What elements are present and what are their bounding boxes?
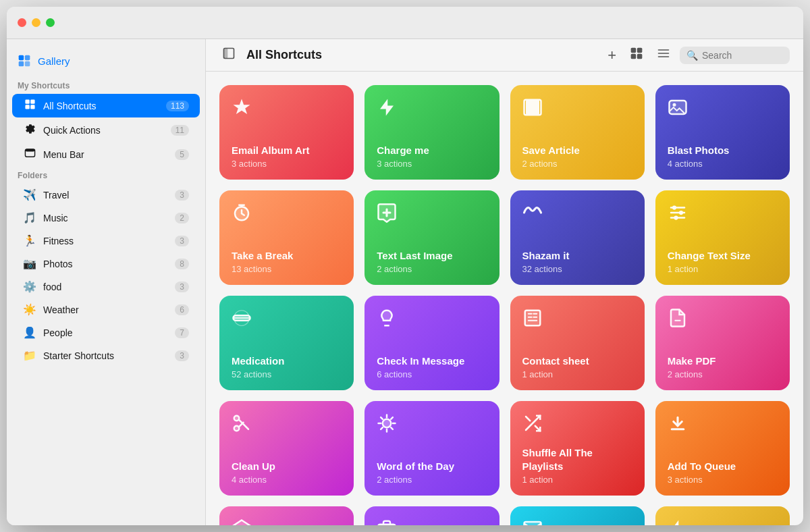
shortcut-name-text-last-image: Text Last Image [377,249,487,263]
shortcut-icon-add-date-to-items [232,518,342,525]
shortcut-card-shazam-it[interactable]: Shazam it 32 actions [510,190,645,285]
starter-icon: 📁 [23,349,36,362]
shortcut-info-check-in-message: Check In Message 6 actions [377,354,487,380]
shortcut-icon-shuffle-playlists [522,413,632,438]
shortcut-card-charge-me[interactable]: Charge me 3 actions [364,85,499,180]
shortcut-card-take-a-break[interactable]: Take a Break 13 actions [219,190,354,285]
shortcut-name-medication: Medication [232,354,342,368]
search-box: 🔍 [680,47,790,64]
list-view-button[interactable] [653,44,674,66]
food-label: food [43,282,168,292]
sidebar-item-travel[interactable]: ✈️ Travel 3 [12,184,200,206]
shortcut-card-save-article[interactable]: Save Article 2 actions [510,85,645,180]
svg-rect-3 [25,61,30,67]
svg-line-47 [381,427,383,429]
svg-rect-14 [631,54,637,59]
sidebar-item-all-shortcuts[interactable]: All Shortcuts 113 [12,94,200,117]
music-count: 2 [175,213,189,223]
sidebar-item-photos[interactable]: 📷 Photos 8 [12,252,200,275]
svg-rect-9 [25,149,34,152]
shortcut-actions-add-to-queue: 3 actions [668,475,778,485]
shortcut-card-medication[interactable]: Medication 52 actions [219,296,354,390]
svg-rect-7 [30,105,34,109]
quick-actions-icon [23,123,36,137]
shortcut-card-email-album-art[interactable]: Email Album Art 3 actions [219,85,354,180]
shortcut-card-text-last-image[interactable]: Text Last Image 2 actions [364,190,499,285]
content-area: Gallery My Shortcuts All Shortcuts 113 [7,39,803,525]
shortcut-name-shuffle-playlists: Shuffle All The Playlists [522,446,632,473]
sidebar-item-music[interactable]: 🎵 Music 2 [12,207,200,229]
shortcut-card-contact-sheet[interactable]: Contact sheet 1 action [510,296,645,390]
sidebar-item-starter[interactable]: 📁 Starter Shortcuts 3 [12,344,200,367]
shortcut-card-check-in-message[interactable]: Check In Message 6 actions [364,296,499,390]
fitness-label: Fitness [43,236,168,246]
shortcut-info-charge-me: Charge me 3 actions [377,144,487,169]
shortcut-card-change-text-size[interactable]: Change Text Size 1 action [655,190,790,285]
add-shortcut-button[interactable]: + [603,44,620,67]
shortcut-icon-save-article [522,97,632,122]
shortcut-info-shuffle-playlists: Shuffle All The Playlists 1 action [522,446,632,485]
shortcut-card-blast-photos[interactable]: Blast Photos 4 actions [655,85,790,180]
photos-label: Photos [43,259,168,269]
shortcut-icon-make-pdf [668,308,778,333]
shortcut-actions-check-in-message: 6 actions [377,369,487,379]
menu-bar-icon [23,147,36,161]
shortcut-info-take-a-break: Take a Break 13 actions [232,249,342,275]
list-view-icon [657,47,670,60]
shortcut-card-make-pdf[interactable]: Make PDF 2 actions [655,296,790,390]
sidebar-item-quick-actions[interactable]: Quick Actions 11 [12,118,200,142]
food-count: 3 [175,282,189,292]
shortcut-card-word-of-the-day[interactable]: Word of the Day 2 actions [364,401,499,496]
shortcut-card-add-to-queue[interactable]: Add To Queue 3 actions [655,401,790,496]
main-content: All Shortcuts + [206,39,803,525]
shortcuts-grid: Email Album Art 3 actions Charge me 3 ac… [206,72,803,525]
shortcut-actions-make-pdf: 2 actions [668,369,778,379]
shortcut-icon-add-to-queue [668,413,778,438]
sidebar-item-people[interactable]: 👤 People 7 [12,321,200,344]
shortcut-card-email-myself[interactable]: Email Myself 6 actions [510,506,645,525]
svg-rect-16 [658,49,670,51]
sidebar-item-fitness[interactable]: 🏃 Fitness 3 [12,230,200,252]
svg-line-38 [239,423,244,427]
svg-rect-2 [19,61,24,67]
titlebar [7,7,803,39]
sidebar-item-weather[interactable]: ☀️ Weather 6 [12,298,200,321]
all-shortcuts-label: All Shortcuts [43,101,159,111]
svg-point-39 [383,419,392,428]
shortcut-icon-contact-sheet [522,308,632,333]
svg-line-46 [391,417,393,419]
shortcut-name-email-album-art: Email Album Art [232,144,342,157]
sidebar-item-menu-bar[interactable]: Menu Bar 5 [12,142,200,166]
fitness-icon: 🏃 [23,234,36,247]
shortcut-card-remind-me[interactable]: Remind Me 3 actions [364,506,499,525]
my-shortcuts-section: My Shortcuts [7,77,205,93]
shortcut-info-contact-sheet: Contact sheet 1 action [522,354,632,380]
shortcut-card-gas-on-this-street[interactable]: Gas On This Street 3 actions [655,506,790,525]
shortcut-icon-change-text-size [668,203,778,228]
minimize-button[interactable] [32,18,40,27]
close-button[interactable] [18,18,26,27]
shortcut-icon-take-a-break [232,203,342,228]
svg-line-44 [381,417,383,419]
shortcut-icon-remind-me [377,518,487,525]
svg-rect-10 [224,49,228,59]
shortcut-card-clean-up[interactable]: Clean Up 4 actions [219,401,354,496]
sidebar-gallery[interactable]: Gallery [7,50,205,77]
sidebar-toggle-button[interactable] [219,44,238,66]
shortcut-name-charge-me: Charge me [377,144,487,157]
shortcut-card-add-date-to-items[interactable]: Add Date to Items 9 actions [219,506,354,525]
svg-rect-4 [25,99,29,103]
sidebar: Gallery My Shortcuts All Shortcuts 113 [7,39,206,525]
shortcut-card-shuffle-playlists[interactable]: Shuffle All The Playlists 1 action [510,401,645,496]
starter-label: Starter Shortcuts [43,350,168,361]
search-input[interactable] [702,50,783,61]
grid-view-button[interactable] [626,44,647,66]
grid-view-icon [630,47,643,60]
shortcut-info-save-article: Save Article 2 actions [522,144,632,169]
all-shortcuts-count: 113 [166,101,189,111]
people-icon: 👤 [23,326,36,339]
header-actions: + [603,44,790,67]
maximize-button[interactable] [46,18,55,27]
sidebar-item-food[interactable]: ⚙️ food 3 [12,275,200,298]
shortcut-info-make-pdf: Make PDF 2 actions [668,354,778,380]
